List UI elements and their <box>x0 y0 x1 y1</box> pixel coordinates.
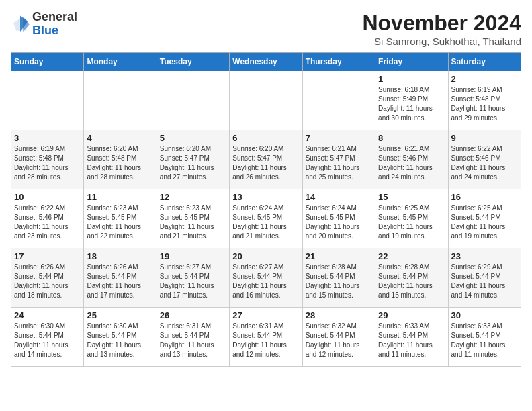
day-number: 13 <box>232 192 299 202</box>
day-info: Sunrise: 6:19 AM Sunset: 5:48 PM Dayligh… <box>451 85 518 123</box>
day-info: Sunrise: 6:30 AM Sunset: 5:44 PM Dayligh… <box>87 322 153 359</box>
day-number: 4 <box>87 133 153 143</box>
day-number: 18 <box>87 251 153 261</box>
calendar-cell: 29Sunrise: 6:33 AM Sunset: 5:44 PM Dayli… <box>375 308 448 367</box>
day-number: 23 <box>451 251 518 261</box>
day-info: Sunrise: 6:26 AM Sunset: 5:44 PM Dayligh… <box>87 263 153 300</box>
day-number: 2 <box>451 74 518 84</box>
calendar-cell: 27Sunrise: 6:31 AM Sunset: 5:44 PM Dayli… <box>230 308 302 367</box>
calendar-cell <box>84 71 157 130</box>
day-number: 14 <box>306 192 372 202</box>
day-info: Sunrise: 6:30 AM Sunset: 5:44 PM Dayligh… <box>14 322 81 359</box>
day-info: Sunrise: 6:18 AM Sunset: 5:49 PM Dayligh… <box>378 85 445 123</box>
day-info: Sunrise: 6:23 AM Sunset: 5:45 PM Dayligh… <box>87 203 153 241</box>
calendar-cell: 9Sunrise: 6:22 AM Sunset: 5:46 PM Daylig… <box>448 130 521 189</box>
calendar-cell: 12Sunrise: 6:23 AM Sunset: 5:45 PM Dayli… <box>157 189 229 248</box>
day-info: Sunrise: 6:21 AM Sunset: 5:46 PM Dayligh… <box>378 144 445 182</box>
day-number: 30 <box>451 310 518 320</box>
logo-text: General Blue <box>32 11 77 38</box>
day-number: 11 <box>87 192 153 202</box>
day-info: Sunrise: 6:21 AM Sunset: 5:47 PM Dayligh… <box>306 144 372 182</box>
day-info: Sunrise: 6:24 AM Sunset: 5:45 PM Dayligh… <box>232 203 299 241</box>
day-info: Sunrise: 6:33 AM Sunset: 5:44 PM Dayligh… <box>378 322 445 359</box>
day-info: Sunrise: 6:23 AM Sunset: 5:45 PM Dayligh… <box>160 203 226 241</box>
day-number: 19 <box>160 251 226 261</box>
calendar-cell: 23Sunrise: 6:29 AM Sunset: 5:44 PM Dayli… <box>448 248 521 308</box>
day-info: Sunrise: 6:28 AM Sunset: 5:44 PM Dayligh… <box>378 263 445 300</box>
weekday-header-cell: Monday <box>84 53 157 71</box>
calendar-cell: 1Sunrise: 6:18 AM Sunset: 5:49 PM Daylig… <box>375 71 448 130</box>
logo-icon <box>11 15 30 34</box>
weekday-header-cell: Thursday <box>302 53 375 71</box>
calendar-cell: 20Sunrise: 6:27 AM Sunset: 5:44 PM Dayli… <box>230 248 302 308</box>
calendar-cell: 19Sunrise: 6:27 AM Sunset: 5:44 PM Dayli… <box>157 248 229 308</box>
day-number: 16 <box>451 192 518 202</box>
calendar-cell <box>230 71 302 130</box>
day-info: Sunrise: 6:22 AM Sunset: 5:46 PM Dayligh… <box>451 144 518 182</box>
weekday-header-cell: Wednesday <box>230 53 302 71</box>
calendar-cell <box>302 71 375 130</box>
day-number: 17 <box>14 251 81 261</box>
day-info: Sunrise: 6:20 AM Sunset: 5:47 PM Dayligh… <box>160 144 226 182</box>
weekday-header-cell: Friday <box>375 53 448 71</box>
day-number: 21 <box>306 251 372 261</box>
calendar-cell: 15Sunrise: 6:25 AM Sunset: 5:45 PM Dayli… <box>375 189 448 248</box>
calendar-cell: 8Sunrise: 6:21 AM Sunset: 5:46 PM Daylig… <box>375 130 448 189</box>
weekday-header-cell: Tuesday <box>157 53 229 71</box>
logo: General Blue <box>11 11 77 38</box>
day-number: 22 <box>378 251 445 261</box>
calendar-cell: 2Sunrise: 6:19 AM Sunset: 5:48 PM Daylig… <box>448 71 521 130</box>
day-number: 5 <box>160 133 226 143</box>
day-info: Sunrise: 6:20 AM Sunset: 5:48 PM Dayligh… <box>87 144 153 182</box>
calendar-week-row: 24Sunrise: 6:30 AM Sunset: 5:44 PM Dayli… <box>11 308 521 367</box>
day-info: Sunrise: 6:29 AM Sunset: 5:44 PM Dayligh… <box>451 263 518 300</box>
calendar-cell: 21Sunrise: 6:28 AM Sunset: 5:44 PM Dayli… <box>302 248 375 308</box>
page-header: General Blue November 2024 Si Samrong, S… <box>11 11 521 47</box>
day-info: Sunrise: 6:20 AM Sunset: 5:47 PM Dayligh… <box>232 144 299 182</box>
day-number: 8 <box>378 133 445 143</box>
day-number: 1 <box>378 74 445 84</box>
day-number: 6 <box>232 133 299 143</box>
calendar-cell: 6Sunrise: 6:20 AM Sunset: 5:47 PM Daylig… <box>230 130 302 189</box>
day-number: 25 <box>87 310 153 320</box>
calendar-cell: 5Sunrise: 6:20 AM Sunset: 5:47 PM Daylig… <box>157 130 229 189</box>
day-info: Sunrise: 6:22 AM Sunset: 5:46 PM Dayligh… <box>14 203 81 241</box>
calendar-cell: 13Sunrise: 6:24 AM Sunset: 5:45 PM Dayli… <box>230 189 302 248</box>
day-number: 26 <box>160 310 226 320</box>
day-info: Sunrise: 6:25 AM Sunset: 5:44 PM Dayligh… <box>451 203 518 241</box>
day-info: Sunrise: 6:28 AM Sunset: 5:44 PM Dayligh… <box>306 263 372 300</box>
weekday-header-row: SundayMondayTuesdayWednesdayThursdayFrid… <box>11 53 521 71</box>
calendar-cell: 11Sunrise: 6:23 AM Sunset: 5:45 PM Dayli… <box>84 189 157 248</box>
calendar-cell: 17Sunrise: 6:26 AM Sunset: 5:44 PM Dayli… <box>11 248 84 308</box>
day-number: 20 <box>232 251 299 261</box>
location-title: Si Samrong, Sukhothai, Thailand <box>362 36 521 47</box>
calendar-table: SundayMondayTuesdayWednesdayThursdayFrid… <box>11 52 521 367</box>
day-info: Sunrise: 6:27 AM Sunset: 5:44 PM Dayligh… <box>232 263 299 300</box>
calendar-cell: 10Sunrise: 6:22 AM Sunset: 5:46 PM Dayli… <box>11 189 84 248</box>
calendar-cell: 25Sunrise: 6:30 AM Sunset: 5:44 PM Dayli… <box>84 308 157 367</box>
calendar-week-row: 3Sunrise: 6:19 AM Sunset: 5:48 PM Daylig… <box>11 130 521 189</box>
weekday-header-cell: Saturday <box>448 53 521 71</box>
day-info: Sunrise: 6:33 AM Sunset: 5:44 PM Dayligh… <box>451 322 518 359</box>
calendar-cell: 18Sunrise: 6:26 AM Sunset: 5:44 PM Dayli… <box>84 248 157 308</box>
calendar-cell: 26Sunrise: 6:31 AM Sunset: 5:44 PM Dayli… <box>157 308 229 367</box>
day-number: 15 <box>378 192 445 202</box>
day-info: Sunrise: 6:32 AM Sunset: 5:44 PM Dayligh… <box>306 322 372 359</box>
day-number: 24 <box>14 310 81 320</box>
day-number: 28 <box>306 310 372 320</box>
calendar-cell: 22Sunrise: 6:28 AM Sunset: 5:44 PM Dayli… <box>375 248 448 308</box>
day-info: Sunrise: 6:26 AM Sunset: 5:44 PM Dayligh… <box>14 263 81 300</box>
weekday-header-cell: Sunday <box>11 53 84 71</box>
month-title: November 2024 <box>362 11 521 36</box>
day-number: 27 <box>232 310 299 320</box>
logo-general: General <box>32 11 77 24</box>
day-info: Sunrise: 6:31 AM Sunset: 5:44 PM Dayligh… <box>232 322 299 359</box>
calendar-cell: 28Sunrise: 6:32 AM Sunset: 5:44 PM Dayli… <box>302 308 375 367</box>
calendar-cell: 16Sunrise: 6:25 AM Sunset: 5:44 PM Dayli… <box>448 189 521 248</box>
day-info: Sunrise: 6:25 AM Sunset: 5:45 PM Dayligh… <box>378 203 445 241</box>
calendar-cell: 4Sunrise: 6:20 AM Sunset: 5:48 PM Daylig… <box>84 130 157 189</box>
day-number: 29 <box>378 310 445 320</box>
calendar-cell <box>11 71 84 130</box>
calendar-cell: 30Sunrise: 6:33 AM Sunset: 5:44 PM Dayli… <box>448 308 521 367</box>
day-info: Sunrise: 6:24 AM Sunset: 5:45 PM Dayligh… <box>306 203 372 241</box>
